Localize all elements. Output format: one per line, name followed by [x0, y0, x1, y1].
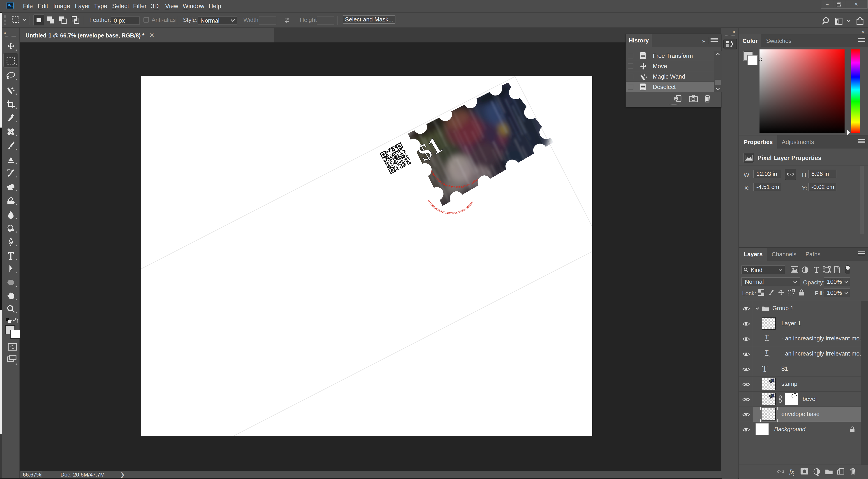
svg-text:T: T	[765, 349, 769, 356]
svg-text:- AN INCREASINGLY IRRELEVANT M: - AN INCREASINGLY IRRELEVANT MODE OF COM…	[427, 199, 474, 214]
svg-text:T: T	[765, 334, 769, 340]
